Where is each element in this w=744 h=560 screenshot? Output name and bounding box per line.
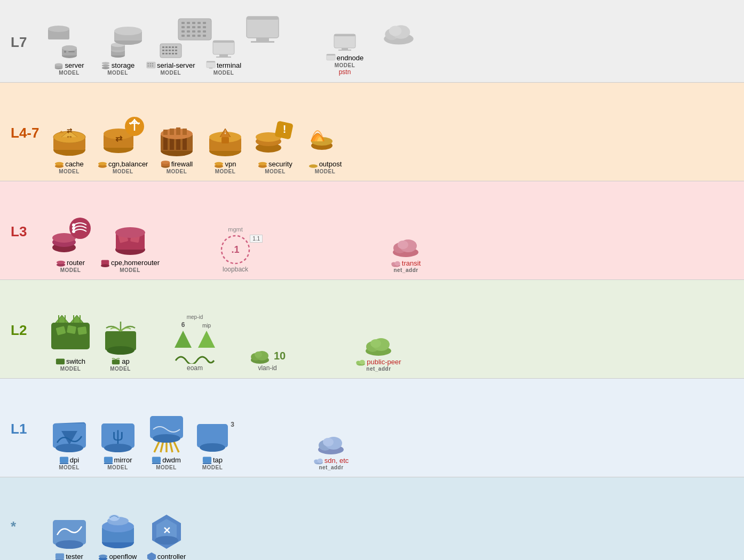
item-sdn--etc[interactable]: sdn, etc net_addr: [311, 431, 351, 470]
tap-num: 3: [231, 421, 234, 428]
svg-point-3: [48, 26, 69, 32]
label-row-switch: switch: [56, 356, 85, 366]
svg-rect-55: [169, 46, 171, 48]
svg-rect-80: [207, 61, 215, 62]
small-icon-transit: [391, 260, 401, 267]
vlan-item[interactable]: 10 vlan-id: [249, 347, 286, 372]
item-controller[interactable]: ✕ controller MODEL: [146, 513, 186, 560]
items-l2: switch MODEL ap MODEL mep-id 6: [49, 289, 733, 372]
icon-wrap-transit: [391, 234, 421, 258]
svg-rect-161: [67, 325, 76, 334]
item-openflow[interactable]: openflow MODEL: [98, 509, 138, 560]
svg-rect-59: [165, 50, 168, 51]
small-icon-firewall: [161, 159, 170, 169]
svg-rect-162: [77, 326, 87, 335]
tap-item[interactable]: 3 tap MODEL: [195, 419, 230, 470]
svg-point-123: [215, 162, 223, 165]
item-name-tester: tester: [66, 553, 83, 561]
label-row-storage: storage: [101, 60, 134, 70]
item-dpi[interactable]: dpi MODEL: [49, 418, 89, 470]
svg-rect-58: [162, 50, 164, 51]
label-row-router: router: [56, 258, 85, 267]
svg-point-50: [102, 65, 109, 67]
item-outpost[interactable]: outpost MODEL: [305, 115, 345, 174]
icon-wrap-security: !: [254, 115, 296, 157]
items-l1: dpi MODEL ψ mirror MODEL dwd: [49, 387, 733, 470]
label-row-mirror: mirror: [104, 455, 132, 465]
items-l3: router MODEL cpe,homerouter MODEL mgmt: [49, 190, 733, 273]
tap-icon-wrap: 3: [195, 419, 230, 454]
icon-wrap-mirror: ψ: [99, 418, 137, 453]
item-terminal[interactable]: terminal MODEL: [204, 39, 244, 76]
svg-point-38: [62, 45, 77, 51]
svg-point-191: [104, 444, 132, 452]
item-cpe-homerouter[interactable]: cpe,homerouter MODEL: [100, 219, 160, 273]
svg-text:!: !: [283, 123, 287, 135]
item-firewall[interactable]: firewall MODEL: [156, 120, 196, 174]
item-sub-public-peer: net_addr: [366, 366, 391, 372]
icon-wrap-router: [49, 213, 92, 256]
svg-marker-172: [198, 331, 215, 348]
item-name-openflow: openflow: [109, 553, 137, 561]
svg-rect-70: [150, 63, 151, 65]
svg-rect-22: [203, 30, 206, 33]
item-switch[interactable]: switch MODEL: [49, 312, 92, 372]
loopback-text: loopback: [223, 266, 248, 273]
item-security[interactable]: ! security MODEL: [254, 115, 296, 174]
extra-endnode: pstn: [339, 68, 351, 76]
svg-rect-19: [187, 30, 190, 33]
svg-point-142: [57, 261, 65, 264]
item-router[interactable]: router MODEL: [49, 213, 92, 273]
vlan-id-label: vlan-id: [258, 364, 276, 372]
item-sub-outpost: MODEL: [315, 169, 336, 174]
layer-row-l7: L7: [0, 0, 744, 83]
svg-rect-57: [175, 46, 177, 48]
item-sub-firewall: MODEL: [167, 169, 187, 174]
svg-rect-12: [203, 22, 206, 24]
svg-point-133: [309, 164, 318, 167]
item-name-cache: cache: [65, 160, 84, 168]
loopback-item[interactable]: mgmt .1 1.1 loopback: [209, 226, 262, 273]
svg-text:.1: .1: [232, 244, 240, 255]
icon-wrap-vpn: ↓: [207, 120, 244, 157]
item-ap[interactable]: ap MODEL: [100, 317, 140, 372]
svg-rect-61: [172, 50, 174, 51]
svg-rect-206: [203, 462, 211, 464]
svg-rect-53: [162, 46, 164, 48]
item-cache[interactable]: ↔ ⇄ cache MODEL: [49, 120, 89, 174]
svg-point-138: [72, 223, 75, 227]
small-icon-controller: [147, 551, 156, 560]
icon-wrap-dwdm: [148, 411, 185, 453]
svg-rect-63: [162, 53, 164, 54]
mip-label: mip: [202, 323, 211, 329]
item-public-peer[interactable]: public-peer net_addr: [356, 333, 401, 372]
small-icon-serial-server: [146, 60, 156, 70]
item-name-public-peer: public-peer: [367, 358, 401, 366]
item-mirror[interactable]: ψ mirror MODEL: [98, 418, 138, 470]
icon-wrap-dpi: [51, 418, 88, 453]
small-icon-storage: [101, 60, 110, 70]
item-vpn[interactable]: ↓ vpn MODEL: [205, 120, 245, 174]
item-sub-dpi: MODEL: [59, 465, 80, 470]
icon-wrap-firewall: [158, 120, 195, 157]
item-serial-server[interactable]: serial-server MODEL: [146, 43, 195, 76]
label-row-transit: transit: [391, 259, 421, 267]
loopback-circle: .1 1.1: [217, 234, 254, 266]
item-sub-server: MODEL: [59, 70, 80, 76]
item-tester[interactable]: tester MODEL: [49, 515, 89, 560]
mep-item[interactable]: mep-id 6 mip: [173, 314, 216, 372]
item-dwdm[interactable]: dwdm MODEL: [146, 411, 186, 470]
svg-rect-23: [181, 35, 185, 37]
svg-point-43: [55, 63, 62, 66]
svg-point-210: [323, 438, 334, 446]
item-cgn-balancer[interactable]: ⇄ cgn,balancer MODEL: [98, 115, 148, 174]
layer-label-star: *: [11, 518, 49, 535]
svg-point-6: [114, 27, 142, 35]
svg-rect-18: [181, 30, 185, 33]
svg-rect-68: [147, 62, 155, 68]
small-icon-router: [56, 258, 66, 267]
item-transit[interactable]: transit net_addr: [386, 234, 426, 273]
svg-point-140: [72, 230, 75, 233]
item-server[interactable]: server MODEL: [49, 39, 89, 76]
item-storage[interactable]: storage MODEL: [98, 39, 138, 76]
